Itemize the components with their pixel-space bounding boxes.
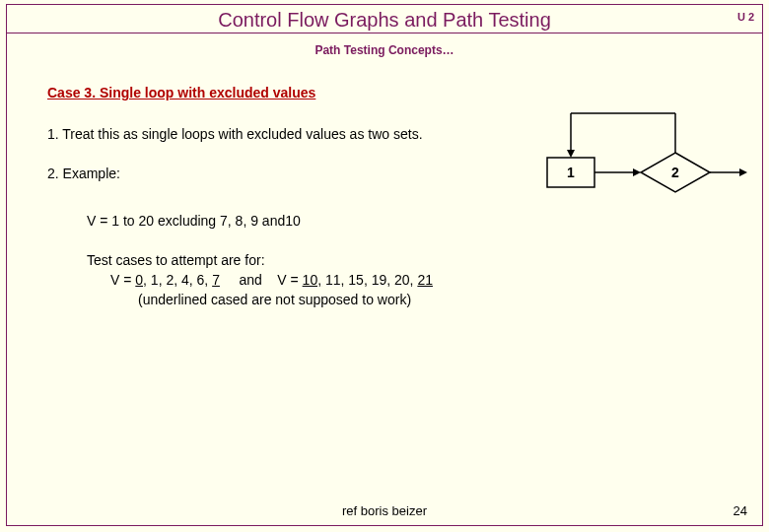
node-1-label: 1 [567,165,575,180]
example-range: V = 1 to 20 excluding 7, 8, 9 and10 [87,213,301,229]
loop-diagram: 1 2 [547,103,744,222]
v0: 0, [135,272,147,288]
v-prefix: V = [110,272,135,288]
v21: 21 [417,272,433,288]
tests-values: V = 0, 1, 2, 4, 6, 7 and V = 10, 11, 15,… [110,272,433,288]
footer-reference: ref boris beizer [0,503,769,518]
and-label: and V = [220,272,303,288]
case-heading: Case 3. Single loop with excluded values [47,85,315,100]
page-number: 24 [734,503,747,518]
node-2-label: 2 [671,165,679,180]
tests-note: (underlined cased are not supposed to wo… [138,292,411,307]
title-bar: Control Flow Graphs and Path Testing U 2 [6,4,763,33]
subtitle: Path Testing Concepts… [0,43,769,57]
v-mid2: 11, 15, 19, 20, [321,272,417,288]
v10: 10, [303,272,321,288]
body-item-1: 1. Treat this as single loops with exclu… [47,126,423,142]
v-mid1: 1, 2, 4, 6, [147,272,212,288]
tests-intro: Test cases to attempt are for: [87,252,265,268]
body-item-2: 2. Example: [47,166,120,181]
v7: 7 [212,272,220,288]
slide-title: Control Flow Graphs and Path Testing [218,9,551,31]
arrowhead-back [567,150,575,158]
arrowhead-1-to-2 [633,168,641,176]
unit-label: U 2 [737,11,754,23]
